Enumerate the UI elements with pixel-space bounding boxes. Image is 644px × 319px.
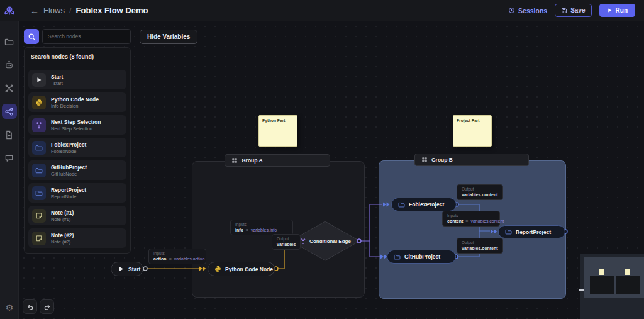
- chip-var-name: content: [447, 219, 463, 223]
- sticky-note-2[interactable]: Project Part: [453, 115, 492, 147]
- palette-item-title: Python Code Node: [51, 96, 99, 103]
- palette-item-github-project[interactable]: GitHubProjectGitHubNode: [28, 160, 126, 180]
- chip-label: Inputs: [235, 222, 288, 227]
- save-floppy-icon: [561, 8, 567, 14]
- palette-item-start[interactable]: Start_start_: [28, 70, 126, 89]
- search-input[interactable]: [42, 29, 131, 44]
- sessions-button[interactable]: Sessions: [508, 7, 547, 14]
- sidebar-item-tools[interactable]: [2, 81, 17, 96]
- settings-gear-icon[interactable]: ⚙: [0, 303, 19, 313]
- node-foblex-project[interactable]: FoblexProject: [391, 198, 457, 211]
- chip-inputs-content[interactable]: Inputs content = variables.content: [442, 211, 500, 227]
- chip-var-value: variables.content: [462, 193, 498, 197]
- sessions-label: Sessions: [518, 7, 547, 14]
- minimap-note-1: [599, 269, 604, 275]
- robot-icon: [4, 60, 14, 70]
- flow-graph-icon: [4, 107, 14, 116]
- palette-item-title: GitHubProject: [51, 164, 87, 171]
- chip-github-output[interactable]: Output variables.content: [457, 238, 503, 254]
- chip-var-name: info: [235, 228, 243, 232]
- sidebar-item-files[interactable]: [2, 127, 17, 142]
- python-icon: [32, 96, 46, 109]
- palette-item-next-step-selection[interactable]: Next Step SelectionNext Step Selection: [28, 115, 126, 135]
- node-python-label: Python Code Node: [225, 266, 273, 272]
- redo-icon: [43, 303, 51, 311]
- group-b-label: Group B: [431, 157, 453, 163]
- chip-var-value: variables.content: [462, 246, 498, 250]
- palette-item-subtitle: Note (#2): [51, 239, 74, 245]
- topbar-actions: Sessions Save Run: [508, 4, 644, 17]
- run-button[interactable]: Run: [599, 4, 635, 17]
- chip-var-value: variables.info: [251, 228, 277, 232]
- breadcrumb-flows-link[interactable]: Flows: [43, 6, 65, 15]
- chip-foblex-output[interactable]: Output variables.content: [457, 184, 503, 200]
- search-toolbar: [24, 29, 131, 44]
- node-foblex-label: FoblexProject: [409, 201, 444, 208]
- folder-icon: [394, 254, 401, 260]
- search-icon: [28, 33, 36, 41]
- folder-icon: [32, 186, 46, 200]
- palette-item-foblex-project[interactable]: FoblexProjectFoblexNode: [28, 138, 126, 157]
- chip-inputs-action[interactable]: Inputs action = variables.action: [148, 249, 206, 264]
- chip-var-value: variables.action: [174, 257, 205, 261]
- node-report-label: ReportProject: [516, 229, 551, 235]
- palette-item-subtitle: GitHubNode: [51, 171, 87, 177]
- redo-button[interactable]: [40, 299, 54, 314]
- sidebar-item-projects[interactable]: [2, 34, 17, 49]
- history-clock-icon: [508, 7, 515, 14]
- back-button[interactable]: ←: [30, 6, 39, 16]
- undo-icon: [26, 303, 34, 311]
- palette-item-title: Note (#2): [51, 232, 74, 238]
- chip-inputs-info[interactable]: Inputs info = variables.info: [230, 220, 293, 235]
- node-github-label: GitHubProject: [404, 254, 440, 260]
- palette-item-subtitle: _start_: [51, 81, 65, 86]
- chip-label: Output: [462, 187, 498, 191]
- chip-output-variables[interactable]: Output variables: [272, 234, 301, 250]
- palette-item-subtitle: Info Decision: [51, 103, 99, 109]
- minimap-group-a: [590, 276, 614, 294]
- group-a-header[interactable]: Group A: [225, 154, 330, 167]
- chip-operator: =: [169, 257, 172, 261]
- branch-icon: [32, 118, 46, 132]
- palette-item-title: ReportProject: [51, 187, 86, 193]
- chip-operator: =: [465, 219, 468, 223]
- node-python-code[interactable]: Python Code Node: [208, 262, 275, 276]
- chip-operator: =: [246, 228, 248, 232]
- minimap-note-2: [625, 269, 630, 275]
- group-grid-icon: [421, 157, 428, 163]
- palette-item-python-code-node[interactable]: Python Code NodeInfo Decision: [28, 92, 126, 112]
- node-report-project[interactable]: ReportProject: [498, 225, 565, 238]
- flow-editor-app: ← Flows / Foblex Flow Demo Sessions Save…: [0, 0, 644, 319]
- node-github-project[interactable]: GitHubProject: [387, 250, 456, 264]
- chip-label: Output: [462, 240, 498, 245]
- undo-button[interactable]: [23, 299, 37, 314]
- folder-icon: [32, 141, 46, 155]
- history-controls: [23, 299, 54, 314]
- sidebar-item-chat[interactable]: [2, 150, 17, 165]
- sidebar-item-flows[interactable]: [2, 104, 17, 119]
- search-button[interactable]: [24, 29, 39, 44]
- palette-item-subtitle: ReportNode: [51, 194, 86, 199]
- node-start[interactable]: Start: [111, 262, 143, 276]
- chip-var-name: action: [153, 257, 167, 261]
- node-conditional-edge[interactable]: Conditional Edge: [294, 221, 357, 260]
- palette-item-title: FoblexProject: [51, 142, 86, 148]
- palette-item-note-2[interactable]: Note (#2)Note (#2): [28, 228, 126, 248]
- sidebar-item-agents[interactable]: [2, 57, 17, 72]
- breadcrumb-separator: /: [69, 6, 72, 15]
- sticky-note-1[interactable]: Python Part: [258, 115, 297, 147]
- save-button[interactable]: Save: [555, 4, 591, 17]
- breadcrumb: ← Flows / Foblex Flow Demo: [30, 6, 148, 16]
- node-palette-panel: Search nodes (8 found) Start_start_ Pyth…: [24, 47, 131, 254]
- python-icon: [214, 266, 221, 272]
- minimap[interactable]: [580, 254, 644, 319]
- app-logo[interactable]: [0, 0, 19, 21]
- chip-label: Output: [277, 237, 296, 241]
- group-b-header[interactable]: Group B: [414, 154, 529, 166]
- palette-item-report-project[interactable]: ReportProjectReportNode: [28, 183, 126, 203]
- group-a-label: Group A: [242, 157, 263, 164]
- palette-item-note-1[interactable]: Note (#1)Note (#1): [28, 206, 126, 225]
- hide-variables-button[interactable]: Hide Variables: [140, 30, 197, 44]
- left-sidebar: ⚙: [0, 21, 19, 319]
- tools-icon: [4, 84, 14, 93]
